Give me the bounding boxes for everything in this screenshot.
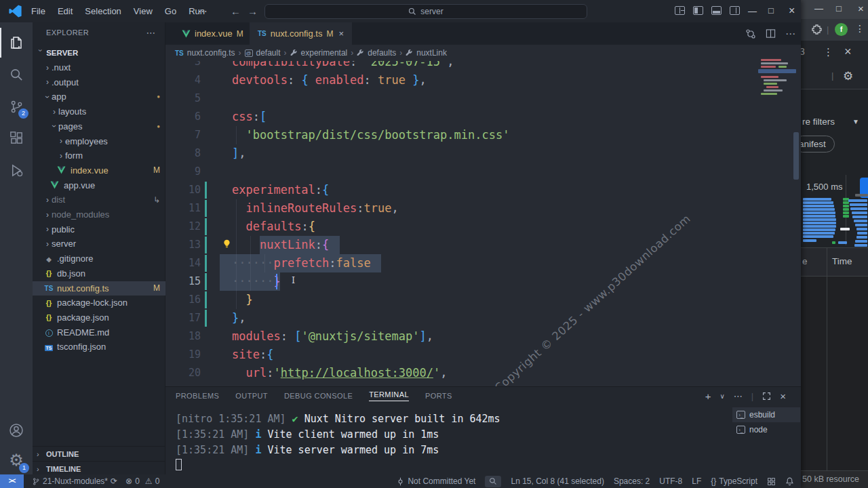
menu-more-icon[interactable]: ⋯: [198, 5, 208, 16]
split-editor-icon[interactable]: [766, 28, 776, 39]
toggle-sidebar-icon[interactable]: [693, 6, 703, 15]
activitybar-source-control[interactable]: 2: [0, 92, 33, 121]
devtools-kebab-icon[interactable]: ⋮: [823, 46, 833, 58]
outline-section[interactable]: ›OUTLINE: [33, 446, 165, 461]
panel-tab-ports[interactable]: PORTS: [425, 392, 452, 400]
extensions-puzzle-icon[interactable]: [812, 24, 823, 35]
breadcrumb-default[interactable]: default: [256, 48, 281, 58]
editor-more-icon[interactable]: ⋯: [785, 28, 795, 40]
terminal-process-esbuild[interactable]: ›_esbuild: [732, 407, 800, 422]
tree-item-node-modules[interactable]: ›node_modules: [33, 207, 165, 222]
tree-item-app-vue[interactable]: app.vue: [33, 178, 165, 192]
tree-item-layouts[interactable]: ›layouts: [33, 104, 165, 119]
network-settings-gear-icon[interactable]: ⚙: [843, 69, 853, 83]
tree-item--output[interactable]: ›.output: [33, 75, 165, 89]
close-panel-icon[interactable]: ×: [780, 390, 786, 402]
nav-forward-icon[interactable]: →: [248, 5, 258, 17]
terminal-profile-chevron-icon[interactable]: ∨: [720, 392, 725, 400]
panel-tab-terminal[interactable]: TERMINAL: [369, 390, 409, 401]
code-editor[interactable]: 3compatibilityDate: '2025-07-15',4devtoo…: [165, 61, 801, 386]
browser-maximize-icon[interactable]: □: [836, 3, 842, 14]
browser-menu-kebab-icon[interactable]: ⋮: [855, 23, 865, 34]
activitybar-search[interactable]: [0, 60, 33, 89]
column-separator[interactable]: [827, 248, 827, 277]
language-mode-item[interactable]: {} TypeScript: [711, 476, 757, 486]
menu-view[interactable]: View: [128, 4, 158, 18]
explorer-more-icon[interactable]: ⋯: [146, 22, 156, 43]
window-minimize-icon[interactable]: —: [748, 6, 757, 16]
panel-tab-output[interactable]: OUTPUT: [235, 392, 268, 400]
tree-item-package-lock-json[interactable]: {}package-lock.json: [33, 296, 165, 310]
tree-item-dist[interactable]: ›dist↳: [33, 192, 165, 207]
tree-item-tsconfig-json[interactable]: TStsconfig.json: [33, 340, 165, 354]
editor-scrollbar[interactable]: [793, 132, 799, 180]
browser-close-icon[interactable]: ×: [858, 3, 864, 14]
toggle-secondary-sidebar-icon[interactable]: [730, 6, 740, 15]
problems-item[interactable]: ⊗ 0 ⚠ 0: [125, 476, 159, 486]
panel-tab-problems[interactable]: PROBLEMS: [176, 392, 219, 400]
lightbulb-icon[interactable]: [222, 239, 231, 248]
command-center-search[interactable]: server: [264, 4, 587, 19]
terminal-process-node[interactable]: ›_node: [732, 422, 800, 437]
tab-nuxt-config[interactable]: TS nuxt.config.ts M ×: [250, 22, 352, 45]
commit-status-item[interactable]: Not Committed Yet: [396, 476, 475, 486]
screencast-zoom-item[interactable]: [485, 476, 501, 487]
size-column-header-partial[interactable]: e: [802, 256, 808, 266]
activitybar-explorer[interactable]: [0, 28, 33, 58]
breadcrumb-experimental[interactable]: experimental: [301, 48, 348, 58]
toggle-panel-icon[interactable]: [711, 6, 722, 15]
tree-item-nuxt-config-ts[interactable]: TSnuxt.config.tsM: [33, 281, 165, 296]
cursor-position-item[interactable]: Ln 15, Col 8 (41 selected): [511, 476, 604, 486]
menu-go[interactable]: Go: [159, 4, 182, 18]
customize-layout-icon[interactable]: [675, 6, 685, 15]
minimap[interactable]: [758, 58, 796, 100]
eol-item[interactable]: LF: [692, 476, 701, 486]
menu-selection[interactable]: Selection: [79, 4, 126, 18]
tree-item-readme-md[interactable]: iREADME.md: [33, 325, 165, 340]
tree-item-server[interactable]: ›server: [33, 237, 165, 251]
tree-item-form[interactable]: ›form: [33, 148, 165, 163]
tree-item-db-json[interactable]: {}db.json: [33, 266, 165, 281]
menu-file[interactable]: File: [26, 4, 51, 18]
tree-item-app[interactable]: ›app●: [33, 89, 165, 104]
breadcrumb[interactable]: TSnuxt.config.ts›@default›experimental›d…: [165, 45, 801, 61]
terminal-output[interactable]: [nitro 1:35:21 AM] ✔ Nuxt Nitro server b…: [176, 411, 500, 458]
activitybar-settings[interactable]: ⚙ 1: [0, 445, 33, 475]
browser-minimize-icon[interactable]: —: [814, 3, 823, 14]
indentation-item[interactable]: Spaces: 2: [614, 476, 650, 486]
tab-index-vue[interactable]: index.vue M: [174, 22, 252, 45]
tree-item-package-json[interactable]: {}package.json: [33, 310, 165, 325]
time-column-header[interactable]: Time: [832, 256, 852, 266]
new-terminal-plus-icon[interactable]: +: [705, 390, 711, 402]
git-branch-item[interactable]: 21-Nuxt-modules* ⟳: [32, 476, 117, 486]
extension-grid-icon[interactable]: [767, 477, 776, 486]
panel-more-icon[interactable]: ⋯: [734, 391, 743, 401]
menu-edit[interactable]: Edit: [52, 4, 78, 18]
maximize-panel-icon[interactable]: [762, 392, 771, 401]
workspace-root-row[interactable]: › SERVER: [33, 46, 165, 60]
panel-tab-debug-console[interactable]: DEBUG CONSOLE: [284, 392, 353, 400]
timeline-section[interactable]: ›TIMELINE: [33, 461, 165, 476]
activitybar-extensions[interactable]: [0, 123, 33, 153]
breadcrumb-defaults[interactable]: defaults: [368, 48, 396, 58]
tab-close-icon[interactable]: ×: [338, 28, 344, 39]
open-changes-icon[interactable]: [745, 28, 756, 39]
encoding-item[interactable]: UTF-8: [659, 476, 682, 486]
filters-dropdown-icon[interactable]: ▼: [852, 118, 859, 125]
breadcrumb-nuxtlink[interactable]: nuxtLink: [416, 48, 447, 58]
nav-back-icon[interactable]: ←: [231, 5, 241, 17]
tree-item-public[interactable]: ›public: [33, 222, 165, 237]
notifications-bell-icon[interactable]: [785, 476, 794, 486]
breadcrumb-file[interactable]: nuxt.config.ts: [187, 48, 235, 58]
browser-profile-avatar[interactable]: f: [835, 23, 848, 36]
remote-indicator[interactable]: ><: [0, 474, 24, 488]
tree-item--gitignore[interactable]: ◆.gitignore: [33, 251, 165, 266]
tree-item--nuxt[interactable]: ›.nuxt: [33, 60, 165, 75]
sync-icon[interactable]: ⟳: [111, 476, 117, 486]
devtools-close-icon[interactable]: ×: [844, 45, 852, 59]
tree-item-index-vue[interactable]: index.vueM: [33, 163, 165, 178]
more-filters-label[interactable]: re filters: [802, 117, 835, 127]
window-close-icon[interactable]: ×: [789, 5, 795, 17]
tree-item-pages[interactable]: ›pages●: [33, 119, 165, 134]
activitybar-account[interactable]: [0, 415, 33, 445]
